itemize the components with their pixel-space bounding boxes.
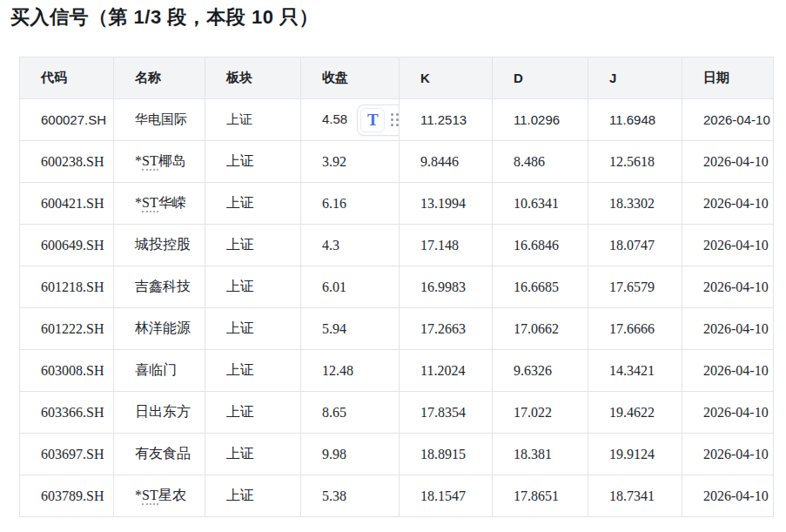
column-header-4: K <box>400 57 493 99</box>
cell-name[interactable]: *ST华嵘 <box>114 183 205 225</box>
table-row: 603366.SH日出东方上证8.6517.835417.02219.46222… <box>20 392 774 434</box>
column-header-3: 收盘 <box>301 57 400 99</box>
cell-board[interactable]: 上证 <box>205 392 301 434</box>
cell-date[interactable]: 2026-04-10 <box>682 225 774 266</box>
cell-name[interactable]: *ST椰岛 <box>114 141 205 183</box>
cell-code[interactable]: 601222.SH <box>20 308 114 350</box>
cell-board[interactable]: 上证 <box>205 225 301 266</box>
cell-k[interactable]: 17.2663 <box>400 308 493 350</box>
cell-d[interactable]: 10.6341 <box>493 183 588 225</box>
cell-j[interactable]: 17.6666 <box>588 308 682 350</box>
cell-name[interactable]: 吉鑫科技 <box>114 266 205 308</box>
cell-close[interactable]: 4.3 <box>301 225 400 266</box>
cell-code[interactable]: 600421.SH <box>20 183 114 225</box>
cell-j[interactable]: 19.9124 <box>588 434 682 475</box>
table-row: 601218.SH吉鑫科技上证6.0116.998316.668517.6579… <box>20 266 774 308</box>
cell-d[interactable]: 17.8651 <box>493 475 588 517</box>
cell-d[interactable]: 11.0296 <box>493 99 588 141</box>
header-row: 代码名称板块收盘KDJ日期 <box>20 57 774 99</box>
cell-board[interactable]: 上证 <box>205 99 301 141</box>
cell-j[interactable]: 17.6579 <box>588 266 682 308</box>
cell-j[interactable]: 18.7341 <box>588 475 682 517</box>
cell-k[interactable]: 11.2513 <box>400 99 493 141</box>
cell-date[interactable]: 2026-04-10 <box>682 183 774 225</box>
cell-board[interactable]: 上证 <box>205 266 301 308</box>
cell-date[interactable]: 2026-04-10 <box>682 392 774 434</box>
cell-name[interactable]: 华电国际 <box>114 99 205 141</box>
cell-k[interactable]: 17.148 <box>400 225 493 266</box>
cell-k[interactable]: 18.8915 <box>400 434 493 475</box>
cell-j[interactable]: 19.4622 <box>588 392 682 434</box>
cell-close[interactable]: 3.92 <box>301 141 400 183</box>
cell-name[interactable]: *ST星农 <box>114 475 205 517</box>
cell-close[interactable]: 4.58 T <box>301 99 400 141</box>
cell-k[interactable]: 18.1547 <box>400 475 493 517</box>
cell-code[interactable]: 603789.SH <box>20 475 114 517</box>
cell-date[interactable]: 2026-04-10 <box>682 266 774 308</box>
cell-code[interactable]: 600027.SH <box>20 99 114 141</box>
cell-date[interactable]: 2026-04-10 <box>682 475 774 517</box>
column-header-6: J <box>588 57 682 99</box>
cell-d[interactable]: 9.6326 <box>493 350 588 392</box>
cell-j[interactable]: 11.6948 <box>588 99 682 141</box>
table-row: 600421.SH*ST华嵘上证6.1613.199410.634118.330… <box>20 183 774 225</box>
cell-date[interactable]: 2026-04-10 <box>682 99 774 141</box>
st-spellcheck-underline: ST <box>142 153 158 171</box>
cell-name[interactable]: 喜临门 <box>114 350 205 392</box>
cell-j[interactable]: 18.3302 <box>588 183 682 225</box>
cell-d[interactable]: 18.381 <box>493 434 588 475</box>
cell-code[interactable]: 603697.SH <box>20 434 114 475</box>
page-title: 买入信号（第 1/3 段，本段 10 只） <box>10 5 786 30</box>
cell-name[interactable]: 林洋能源 <box>114 308 205 350</box>
text-tool-icon[interactable]: T <box>360 108 385 132</box>
buy-signals-table: 代码名称板块收盘KDJ日期 600027.SH华电国际上证4.58 T 11.2… <box>19 57 774 517</box>
st-spellcheck-underline: ST <box>142 195 158 212</box>
cell-d[interactable]: 8.486 <box>493 141 588 183</box>
drag-handle-icon[interactable] <box>391 113 399 126</box>
cell-close[interactable]: 5.94 <box>301 308 400 350</box>
table-row: 603697.SH有友食品上证9.9818.891518.38119.91242… <box>20 434 774 475</box>
cell-d[interactable]: 16.6846 <box>493 225 588 266</box>
cell-board[interactable]: 上证 <box>205 350 301 392</box>
cell-date[interactable]: 2026-04-10 <box>682 308 774 350</box>
cell-board[interactable]: 上证 <box>205 141 301 183</box>
cell-date[interactable]: 2026-04-10 <box>682 434 774 475</box>
cell-close[interactable]: 8.65 <box>301 392 400 434</box>
cell-close[interactable]: 6.16 <box>301 183 400 225</box>
cell-k[interactable]: 11.2024 <box>400 350 493 392</box>
cell-j[interactable]: 18.0747 <box>588 225 682 266</box>
table-row: 600649.SH城投控股上证4.317.14816.684618.074720… <box>20 225 774 266</box>
cell-code[interactable]: 603008.SH <box>20 350 114 392</box>
cell-close[interactable]: 12.48 <box>301 350 400 392</box>
table-row: 601222.SH林洋能源上证5.9417.266317.066217.6666… <box>20 308 774 350</box>
cell-name[interactable]: 城投控股 <box>114 225 205 266</box>
cell-k[interactable]: 17.8354 <box>400 392 493 434</box>
cell-code[interactable]: 600238.SH <box>20 141 114 183</box>
cell-close[interactable]: 5.38 <box>301 475 400 517</box>
cell-j[interactable]: 12.5618 <box>588 141 682 183</box>
cell-k[interactable]: 16.9983 <box>400 266 493 308</box>
cell-close[interactable]: 6.01 <box>301 266 400 308</box>
cell-close[interactable]: 9.98 <box>301 434 400 475</box>
cell-code[interactable]: 603366.SH <box>20 392 114 434</box>
cell-name[interactable]: 有友食品 <box>114 434 205 475</box>
cell-d[interactable]: 17.022 <box>493 392 588 434</box>
cell-name[interactable]: 日出东方 <box>114 392 205 434</box>
cell-date[interactable]: 2026-04-10 <box>682 141 774 183</box>
cell-k[interactable]: 9.8446 <box>400 141 493 183</box>
column-header-5: D <box>493 57 588 99</box>
cell-k[interactable]: 13.1994 <box>400 183 493 225</box>
cell-d[interactable]: 16.6685 <box>493 266 588 308</box>
cell-d[interactable]: 17.0662 <box>493 308 588 350</box>
table-row: 600027.SH华电国际上证4.58 T 11.251311.029611.6… <box>20 99 774 141</box>
cell-date[interactable]: 2026-04-10 <box>682 350 774 392</box>
cell-code[interactable]: 600649.SH <box>20 225 114 266</box>
cell-board[interactable]: 上证 <box>205 183 301 225</box>
cell-board[interactable]: 上证 <box>205 475 301 517</box>
cell-j[interactable]: 14.3421 <box>588 350 682 392</box>
text-format-popup[interactable]: T <box>357 104 399 136</box>
cell-code[interactable]: 601218.SH <box>20 266 114 308</box>
cell-board[interactable]: 上证 <box>205 308 301 350</box>
cell-board[interactable]: 上证 <box>205 434 301 475</box>
table-body: 600027.SH华电国际上证4.58 T 11.251311.029611.6… <box>20 99 774 517</box>
